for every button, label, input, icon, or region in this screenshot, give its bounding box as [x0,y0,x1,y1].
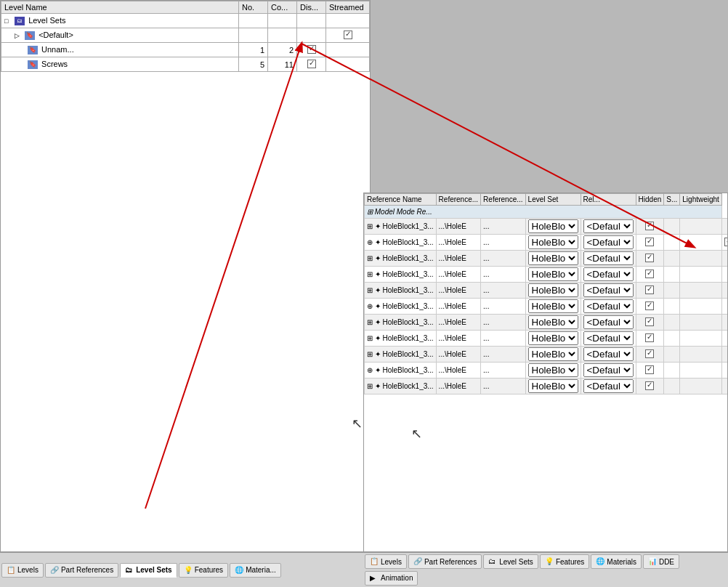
table-row[interactable]: 🔖 Unnam... 1 2 [1,43,370,57]
table-row[interactable]: ⊞ ✦ HoleBlock1_3... ...\HoleE ... HoleBl… [365,378,729,394]
lvl-select[interactable]: <Defaul [583,299,634,313]
lset-cell[interactable]: HoleBlo [525,235,581,251]
lvl-select[interactable]: <Defaul [583,379,634,393]
rel-checkbox[interactable] [645,365,654,374]
lset-cell[interactable]: HoleBlo [525,315,581,331]
lset-cell[interactable]: HoleBlo [525,331,581,347]
lset-cell[interactable]: HoleBlo [525,378,581,394]
lset-cell[interactable]: HoleBlo [525,299,581,315]
lvl-select[interactable]: <Defaul [583,283,634,297]
levelset-select[interactable]: HoleBlo [528,219,578,233]
rel-checkbox[interactable] [645,286,654,294]
expand-icon[interactable]: ▷ [15,32,22,39]
lw-cell [721,251,728,267]
levelset-select[interactable]: HoleBlo [528,251,578,265]
levelset-select[interactable]: HoleBlo [528,235,578,249]
levelset-select[interactable]: HoleBlo [528,347,578,361]
lvl-select[interactable]: <Defaul [583,363,634,377]
rel-checkbox[interactable] [645,222,654,230]
lset-cell[interactable]: HoleBlo [525,283,581,299]
lvl-cell[interactable]: <Defaul [581,315,636,331]
tab-dde-r[interactable]: 📊 DDE [643,554,679,569]
tab-levels-r[interactable]: 📋 Levels [365,554,407,569]
lvl-select[interactable]: <Defaul [583,251,634,265]
table-row[interactable]: ⊞ ✦ HoleBlock1_3... ...\HoleE ... HoleBl… [365,347,729,363]
tab-levels[interactable]: 📋 Levels [1,563,44,578]
lvl-cell[interactable]: <Defaul [581,363,636,378]
s-cell [680,347,722,363]
lw-checkbox[interactable] [724,238,728,246]
lvl-cell[interactable]: <Defaul [581,347,636,363]
table-row[interactable]: ▷ 🔖 <Default> [1,28,370,43]
table-row[interactable]: ⊞ ✦ HoleBlock1_3... ...\HoleE ... HoleBl… [365,219,729,235]
lvl-select[interactable]: <Defaul [583,315,634,329]
no-cell [239,14,268,28]
lset-cell[interactable]: HoleBlo [525,219,581,235]
lset-cell[interactable]: HoleBlo [525,251,581,267]
lvl-cell[interactable]: <Defaul [581,331,636,347]
levelset-select[interactable]: HoleBlo [528,363,578,377]
features-r-icon: 💡 [545,557,554,566]
lvl-select[interactable]: <Defaul [583,331,634,345]
ref2-cell: ... [481,235,525,251]
table-row[interactable]: ⊞ ✦ HoleBlock1_3... ...\HoleE ... HoleBl… [365,251,729,267]
levelset-select[interactable]: HoleBlo [528,331,578,345]
levelset-select[interactable]: HoleBlo [528,283,578,297]
lvl-select[interactable]: <Defaul [583,347,634,361]
lvl-cell[interactable]: <Defaul [581,267,636,283]
col-ref1: Reference... [436,194,480,206]
tab-materials-r[interactable]: 🌐 Materials [591,554,642,569]
lset-cell[interactable]: HoleBlo [525,347,581,363]
levelset-icon: 🗂 [15,17,25,25]
table-row[interactable]: □ 🗂 Level Sets [1,14,370,28]
lvl-cell[interactable]: <Defaul [581,299,636,315]
tab-level-sets-r[interactable]: 🗂 Level Sets [483,554,538,569]
tab-part-references-r[interactable]: 🔗 Part References [408,554,482,569]
rel-checkbox[interactable] [645,349,654,358]
levelset-select[interactable]: HoleBlo [528,315,578,329]
dis-checkbox[interactable] [307,60,316,68]
lset-cell[interactable]: HoleBlo [525,363,581,378]
lvl-cell[interactable]: <Defaul [581,378,636,394]
table-row[interactable]: ⊞ ✦ HoleBlock1_3... ...\HoleE ... HoleBl… [365,315,729,331]
dis-checkbox[interactable] [307,45,316,54]
table-row[interactable]: ⊕ ✦ HoleBlock1_3... ...\HoleE ... HoleBl… [365,299,729,315]
lvl-cell[interactable]: <Defaul [581,235,636,251]
unnamed-item[interactable]: 🔖 Unnam... [1,43,239,57]
rel-checkbox[interactable] [645,381,654,390]
tab-materials[interactable]: 🌐 Materia... [230,563,281,578]
lvl-select[interactable]: <Defaul [583,219,634,233]
streamed-checkbox[interactable] [344,31,352,39]
level-sets-group[interactable]: □ 🗂 Level Sets [1,14,239,28]
rel-checkbox[interactable] [645,333,654,342]
rel-checkbox[interactable] [645,301,654,310]
tab-features-r[interactable]: 💡 Features [540,554,589,569]
lvl-cell[interactable]: <Defaul [581,219,636,235]
table-row[interactable]: ⊞ ✦ HoleBlock1_3... ...\HoleE ... HoleBl… [365,267,729,283]
rel-checkbox[interactable] [645,317,654,326]
rel-checkbox[interactable] [645,254,654,262]
table-row[interactable]: ⊕ ✦ HoleBlock1_3... ...\HoleE ... HoleBl… [365,235,729,251]
tab-features[interactable]: 💡 Features [179,563,228,578]
lset-cell[interactable]: HoleBlo [525,267,581,283]
ref1-cell: ...\HoleE [436,251,480,267]
rel-checkbox[interactable] [645,238,654,246]
rel-checkbox[interactable] [645,270,654,278]
levelset-select[interactable]: HoleBlo [528,299,578,313]
table-row[interactable]: ⊞ ✦ HoleBlock1_3... ...\HoleE ... HoleBl… [365,331,729,347]
lvl-cell[interactable]: <Defaul [581,251,636,267]
default-item[interactable]: ▷ 🔖 <Default> [1,28,239,43]
levelset-select[interactable]: HoleBlo [528,267,578,281]
table-row[interactable]: ⊞ ✦ HoleBlock1_3... ...\HoleE ... HoleBl… [365,283,729,299]
lvl-select[interactable]: <Defaul [583,235,634,249]
tab-part-references[interactable]: 🔗 Part References [45,563,118,578]
screws-item[interactable]: 🔖 Screws [1,57,239,72]
tab-animation-r[interactable]: ▶ Animation [365,571,418,586]
tab-level-sets[interactable]: 🗂 Level Sets [120,563,177,578]
table-row[interactable]: ⊕ ✦ HoleBlock1_3... ...\HoleE ... HoleBl… [365,363,729,378]
levelset-select[interactable]: HoleBlo [528,379,578,393]
expand-icon[interactable]: □ [4,17,12,25]
lvl-cell[interactable]: <Defaul [581,283,636,299]
lvl-select[interactable]: <Defaul [583,267,634,281]
table-row[interactable]: 🔖 Screws 5 11 [1,57,370,72]
